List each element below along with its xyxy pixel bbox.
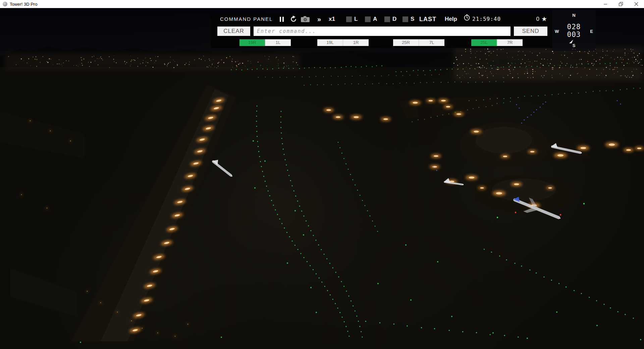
camera-button[interactable] xyxy=(301,14,310,24)
runway-group: 19L1R xyxy=(317,39,369,46)
close-button[interactable] xyxy=(629,0,644,8)
game-viewport[interactable]: COMMAND PANEL » x xyxy=(0,8,644,349)
runway-group: 25L7R xyxy=(471,39,523,46)
command-input-row: CLEAR SEND xyxy=(211,27,553,36)
runway-button-25L[interactable]: 25L xyxy=(471,39,497,46)
toggle-strips[interactable]: S xyxy=(402,14,414,24)
pause-icon xyxy=(282,17,284,22)
wind-direction-value: 028 xyxy=(552,23,596,31)
title-bar: Tower! 3D Pro xyxy=(0,0,644,8)
fast-forward-button[interactable]: » xyxy=(317,14,321,24)
rotate-view-button[interactable] xyxy=(290,14,297,24)
toggle-strips-checkbox[interactable] xyxy=(402,16,408,22)
toggle-arrival[interactable]: A xyxy=(365,14,377,24)
app-icon xyxy=(3,2,7,6)
runway-group: 19R1L xyxy=(239,39,291,46)
pause-icon xyxy=(280,17,281,22)
wind-speed-value: 003 xyxy=(552,31,596,39)
toggle-landing-checkbox[interactable] xyxy=(346,16,352,22)
runway-selector: 19R1L19L1R25R7L25L7R xyxy=(211,39,553,46)
airport-night-scene xyxy=(0,8,644,349)
toggle-landing[interactable]: L xyxy=(346,14,358,24)
score-value: 0 xyxy=(535,14,539,24)
star-icon: ★ xyxy=(541,14,547,24)
pause-button[interactable] xyxy=(280,14,284,24)
sim-time: 21:59:40 xyxy=(472,14,501,24)
runway-button-1R[interactable]: 1R xyxy=(343,39,369,46)
restore-icon xyxy=(619,2,623,6)
rotate-icon xyxy=(290,15,297,23)
panel-title: COMMAND PANEL xyxy=(220,14,273,24)
window-controls xyxy=(598,0,644,8)
camera-icon xyxy=(301,16,310,22)
command-input[interactable] xyxy=(254,27,511,36)
command-panel: COMMAND PANEL » x xyxy=(211,13,553,48)
toggle-departure[interactable]: D xyxy=(384,14,396,24)
minimize-icon xyxy=(603,2,607,6)
window-title: Tower! 3D Pro xyxy=(10,2,37,7)
send-button[interactable]: SEND xyxy=(514,27,547,36)
minimize-button[interactable] xyxy=(598,0,613,8)
restore-button[interactable] xyxy=(613,0,629,8)
runway-button-7R[interactable]: 7R xyxy=(497,39,523,46)
wind-arrow-icon xyxy=(568,38,574,44)
clear-button[interactable]: CLEAR xyxy=(217,27,250,36)
app-window: Tower! 3D Pro COMMAND PANE xyxy=(0,0,644,349)
runway-button-7L[interactable]: 7L xyxy=(419,39,444,46)
toggle-departure-checkbox[interactable] xyxy=(384,16,390,22)
help-button[interactable]: Help xyxy=(445,14,457,24)
close-icon xyxy=(634,2,638,6)
runway-group: 25R7L xyxy=(393,39,444,46)
last-command-button[interactable]: LAST xyxy=(419,14,436,24)
runway-button-25R[interactable]: 25R xyxy=(393,39,419,46)
toggle-arrival-checkbox[interactable] xyxy=(365,16,371,22)
runway-button-1L[interactable]: 1L xyxy=(265,39,291,46)
command-panel-toolbar: COMMAND PANEL » x xyxy=(211,14,553,24)
compass-north-label: N xyxy=(552,13,596,18)
runway-button-19R[interactable]: 19R xyxy=(239,39,265,46)
runway-button-19L[interactable]: 19L xyxy=(317,39,343,46)
clock-icon xyxy=(464,14,470,24)
wind-indicator: N S W E 028 003 xyxy=(552,9,596,51)
sim-speed-label[interactable]: x1 xyxy=(329,14,335,24)
